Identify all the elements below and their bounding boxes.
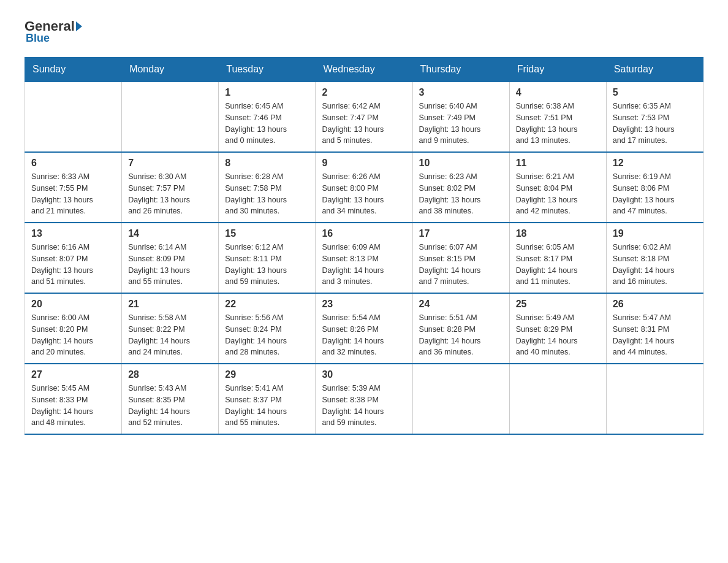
- day-number: 19: [613, 228, 697, 239]
- calendar-cell: 24Sunrise: 5:51 AM Sunset: 8:28 PM Dayli…: [412, 293, 509, 364]
- calendar-cell: 9Sunrise: 6:26 AM Sunset: 8:00 PM Daylig…: [316, 152, 412, 223]
- calendar-header: SundayMondayTuesdayWednesdayThursdayFrid…: [25, 58, 703, 82]
- day-info: Sunrise: 6:42 AM Sunset: 7:47 PM Dayligh…: [322, 101, 406, 147]
- calendar-cell: 21Sunrise: 5:58 AM Sunset: 8:22 PM Dayli…: [122, 293, 219, 364]
- day-number: 28: [128, 369, 212, 380]
- day-number: 1: [225, 87, 309, 98]
- day-number: 18: [516, 228, 600, 239]
- calendar-cell: 26Sunrise: 5:47 AM Sunset: 8:31 PM Dayli…: [606, 293, 703, 364]
- page-header: General Blue: [25, 18, 703, 45]
- day-info: Sunrise: 6:45 AM Sunset: 7:46 PM Dayligh…: [225, 101, 309, 147]
- week-row-2: 6Sunrise: 6:33 AM Sunset: 7:55 PM Daylig…: [25, 152, 703, 223]
- day-info: Sunrise: 6:38 AM Sunset: 7:51 PM Dayligh…: [516, 101, 600, 147]
- day-info: Sunrise: 5:56 AM Sunset: 8:24 PM Dayligh…: [225, 312, 309, 358]
- day-number: 22: [225, 299, 309, 310]
- day-info: Sunrise: 6:16 AM Sunset: 8:07 PM Dayligh…: [31, 242, 115, 288]
- day-number: 27: [31, 369, 115, 380]
- day-info: Sunrise: 5:58 AM Sunset: 8:22 PM Dayligh…: [128, 312, 212, 358]
- calendar-cell: 25Sunrise: 5:49 AM Sunset: 8:29 PM Dayli…: [509, 293, 606, 364]
- day-info: Sunrise: 6:30 AM Sunset: 7:57 PM Dayligh…: [128, 171, 212, 217]
- day-number: 20: [31, 299, 115, 310]
- calendar-cell: 13Sunrise: 6:16 AM Sunset: 8:07 PM Dayli…: [25, 223, 122, 293]
- column-header-tuesday: Tuesday: [219, 58, 316, 82]
- day-number: 3: [419, 87, 503, 98]
- calendar-cell: 1Sunrise: 6:45 AM Sunset: 7:46 PM Daylig…: [219, 82, 316, 152]
- day-number: 9: [322, 158, 406, 169]
- calendar-cell: [412, 364, 509, 434]
- day-info: Sunrise: 6:00 AM Sunset: 8:20 PM Dayligh…: [31, 312, 115, 358]
- day-info: Sunrise: 6:40 AM Sunset: 7:49 PM Dayligh…: [419, 101, 503, 147]
- week-row-5: 27Sunrise: 5:45 AM Sunset: 8:33 PM Dayli…: [25, 364, 703, 434]
- day-number: 25: [516, 299, 600, 310]
- day-number: 16: [322, 228, 406, 239]
- day-info: Sunrise: 6:28 AM Sunset: 7:58 PM Dayligh…: [225, 171, 309, 217]
- calendar-cell: 2Sunrise: 6:42 AM Sunset: 7:47 PM Daylig…: [316, 82, 412, 152]
- day-info: Sunrise: 6:21 AM Sunset: 8:04 PM Dayligh…: [516, 171, 600, 217]
- column-header-sunday: Sunday: [25, 58, 122, 82]
- day-number: 10: [419, 158, 503, 169]
- day-info: Sunrise: 5:45 AM Sunset: 8:33 PM Dayligh…: [31, 383, 115, 429]
- calendar-cell: [122, 82, 219, 152]
- calendar-cell: 12Sunrise: 6:19 AM Sunset: 8:06 PM Dayli…: [606, 152, 703, 223]
- day-number: 12: [613, 158, 697, 169]
- day-number: 24: [419, 299, 503, 310]
- day-info: Sunrise: 5:47 AM Sunset: 8:31 PM Dayligh…: [613, 312, 697, 358]
- day-info: Sunrise: 6:19 AM Sunset: 8:06 PM Dayligh…: [613, 171, 697, 217]
- calendar-cell: 4Sunrise: 6:38 AM Sunset: 7:51 PM Daylig…: [509, 82, 606, 152]
- day-number: 5: [613, 87, 697, 98]
- day-info: Sunrise: 5:39 AM Sunset: 8:38 PM Dayligh…: [322, 383, 406, 429]
- calendar-cell: 3Sunrise: 6:40 AM Sunset: 7:49 PM Daylig…: [412, 82, 509, 152]
- day-number: 17: [419, 228, 503, 239]
- day-info: Sunrise: 6:09 AM Sunset: 8:13 PM Dayligh…: [322, 242, 406, 288]
- day-info: Sunrise: 6:23 AM Sunset: 8:02 PM Dayligh…: [419, 171, 503, 217]
- week-row-3: 13Sunrise: 6:16 AM Sunset: 8:07 PM Dayli…: [25, 223, 703, 293]
- calendar-cell: 23Sunrise: 5:54 AM Sunset: 8:26 PM Dayli…: [316, 293, 412, 364]
- column-header-thursday: Thursday: [412, 58, 509, 82]
- day-info: Sunrise: 6:05 AM Sunset: 8:17 PM Dayligh…: [516, 242, 600, 288]
- calendar-cell: [25, 82, 122, 152]
- calendar-table: SundayMondayTuesdayWednesdayThursdayFrid…: [25, 57, 703, 435]
- day-info: Sunrise: 5:43 AM Sunset: 8:35 PM Dayligh…: [128, 383, 212, 429]
- day-number: 26: [613, 299, 697, 310]
- day-number: 2: [322, 87, 406, 98]
- day-info: Sunrise: 6:12 AM Sunset: 8:11 PM Dayligh…: [225, 242, 309, 288]
- day-number: 23: [322, 299, 406, 310]
- day-number: 13: [31, 228, 115, 239]
- logo-arrow-icon: [76, 21, 82, 31]
- day-info: Sunrise: 5:54 AM Sunset: 8:26 PM Dayligh…: [322, 312, 406, 358]
- day-number: 14: [128, 228, 212, 239]
- calendar-cell: 14Sunrise: 6:14 AM Sunset: 8:09 PM Dayli…: [122, 223, 219, 293]
- column-header-wednesday: Wednesday: [316, 58, 412, 82]
- calendar-cell: 16Sunrise: 6:09 AM Sunset: 8:13 PM Dayli…: [316, 223, 412, 293]
- calendar-body: 1Sunrise: 6:45 AM Sunset: 7:46 PM Daylig…: [25, 82, 703, 434]
- day-number: 7: [128, 158, 212, 169]
- calendar-cell: 7Sunrise: 6:30 AM Sunset: 7:57 PM Daylig…: [122, 152, 219, 223]
- calendar-cell: 29Sunrise: 5:41 AM Sunset: 8:37 PM Dayli…: [219, 364, 316, 434]
- day-number: 29: [225, 369, 309, 380]
- day-info: Sunrise: 5:49 AM Sunset: 8:29 PM Dayligh…: [516, 312, 600, 358]
- calendar-cell: 11Sunrise: 6:21 AM Sunset: 8:04 PM Dayli…: [509, 152, 606, 223]
- day-number: 8: [225, 158, 309, 169]
- day-info: Sunrise: 6:07 AM Sunset: 8:15 PM Dayligh…: [419, 242, 503, 288]
- calendar-cell: 19Sunrise: 6:02 AM Sunset: 8:18 PM Dayli…: [606, 223, 703, 293]
- column-header-saturday: Saturday: [606, 58, 703, 82]
- day-info: Sunrise: 6:33 AM Sunset: 7:55 PM Dayligh…: [31, 171, 115, 217]
- day-info: Sunrise: 6:26 AM Sunset: 8:00 PM Dayligh…: [322, 171, 406, 217]
- logo: General Blue: [25, 18, 83, 45]
- day-info: Sunrise: 6:35 AM Sunset: 7:53 PM Dayligh…: [613, 101, 697, 147]
- calendar-cell: 5Sunrise: 6:35 AM Sunset: 7:53 PM Daylig…: [606, 82, 703, 152]
- calendar-cell: 15Sunrise: 6:12 AM Sunset: 8:11 PM Dayli…: [219, 223, 316, 293]
- day-number: 30: [322, 369, 406, 380]
- day-number: 6: [31, 158, 115, 169]
- calendar-cell: 30Sunrise: 5:39 AM Sunset: 8:38 PM Dayli…: [316, 364, 412, 434]
- week-row-4: 20Sunrise: 6:00 AM Sunset: 8:20 PM Dayli…: [25, 293, 703, 364]
- calendar-cell: 6Sunrise: 6:33 AM Sunset: 7:55 PM Daylig…: [25, 152, 122, 223]
- day-info: Sunrise: 6:02 AM Sunset: 8:18 PM Dayligh…: [613, 242, 697, 288]
- day-info: Sunrise: 6:14 AM Sunset: 8:09 PM Dayligh…: [128, 242, 212, 288]
- calendar-cell: [606, 364, 703, 434]
- day-number: 11: [516, 158, 600, 169]
- calendar-cell: 27Sunrise: 5:45 AM Sunset: 8:33 PM Dayli…: [25, 364, 122, 434]
- calendar-cell: 28Sunrise: 5:43 AM Sunset: 8:35 PM Dayli…: [122, 364, 219, 434]
- calendar-cell: 17Sunrise: 6:07 AM Sunset: 8:15 PM Dayli…: [412, 223, 509, 293]
- logo-subtitle: Blue: [26, 32, 50, 45]
